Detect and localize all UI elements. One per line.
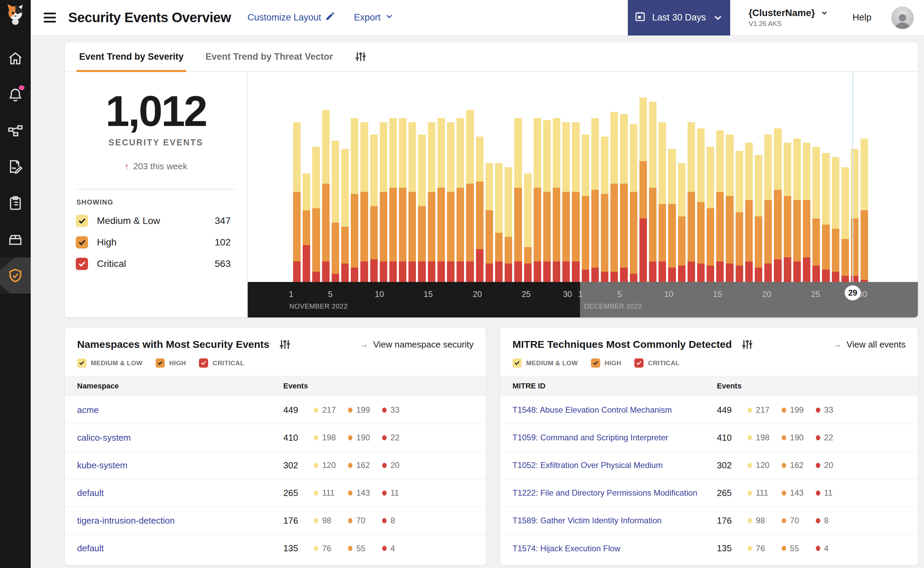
table-row: T1589: Gather Victim Identity Informatio… — [500, 507, 918, 535]
row-name-link[interactable]: T1548: Abuse Elevation Control Mechanism — [512, 405, 717, 415]
filter-high[interactable]: HIGH — [155, 358, 186, 368]
legend-row-high[interactable]: High102 — [76, 232, 231, 253]
severity-checkbox[interactable] — [199, 358, 208, 368]
sidebar-item-clipboard[interactable] — [0, 185, 31, 221]
axis-tick: 25 — [811, 290, 820, 299]
segment-medium-low — [505, 167, 512, 237]
severity-count-chip: 111 — [748, 488, 782, 498]
user-avatar[interactable] — [891, 6, 914, 29]
sidebar-item-policy-edit[interactable] — [0, 149, 31, 185]
sidebar-nav — [0, 40, 31, 293]
event-trend-card: Event Trend by Severity Event Trend by T… — [65, 42, 918, 317]
filter-critical[interactable]: CRITICAL — [634, 358, 680, 368]
sidebar-item-box[interactable] — [0, 221, 31, 257]
filter-critical[interactable]: CRITICAL — [199, 358, 244, 368]
top-bar: Security Events Overview Customize Layou… — [31, 0, 924, 35]
row-name-link[interactable]: T1574: Hijack Execution Flow — [512, 544, 717, 553]
segment-critical — [322, 261, 330, 282]
severity-count-chip: 143 — [348, 488, 382, 498]
axis-tick: 10 — [375, 290, 384, 299]
segment-medium-low — [543, 120, 551, 192]
row-name-link[interactable]: tigera-intrusion-detection — [77, 515, 283, 526]
row-name-link[interactable]: T1222: File and Directory Permissions Mo… — [512, 488, 717, 498]
namespaces-table-header: Namespace Events — [65, 376, 486, 396]
severity-dot-icon — [348, 408, 353, 413]
mitre-settings-sliders-icon[interactable] — [742, 338, 753, 350]
legend-row-critical[interactable]: Critical563 — [76, 253, 231, 275]
severity-checkbox[interactable] — [77, 358, 86, 368]
trend-settings-sliders-icon[interactable] — [355, 51, 366, 62]
bar-day-57 — [832, 157, 840, 282]
segment-medium-low — [332, 140, 339, 222]
bar-day-56 — [822, 153, 829, 282]
bar-day-2 — [303, 174, 310, 282]
severity-checkbox[interactable] — [76, 236, 88, 249]
row-name-link[interactable]: calico-system — [77, 432, 283, 443]
segment-high — [736, 212, 743, 266]
filter-medium-low[interactable]: MEDIUM & LOW — [77, 358, 143, 368]
month-label: NOVEMBER 2022 — [289, 302, 348, 310]
severity-checkbox[interactable] — [76, 258, 88, 270]
row-name-link[interactable]: T1059: Command and Scripting Interpreter — [512, 433, 717, 443]
filter-medium-low[interactable]: MEDIUM & LOW — [512, 358, 578, 368]
sidebar-item-shield-check[interactable] — [0, 257, 31, 293]
export-button[interactable]: Export — [354, 12, 394, 24]
severity-checkbox[interactable] — [634, 358, 644, 368]
calico-cat-logo[interactable] — [5, 3, 26, 27]
segment-high — [678, 216, 686, 266]
row-name-link[interactable]: T1052: Exfiltration Over Physical Medium — [512, 461, 717, 470]
sidebar-item-home[interactable] — [0, 40, 31, 77]
segment-medium-low — [659, 122, 666, 204]
tab-event-trend-by-threat-vector[interactable]: Event Trend by Threat Vector — [205, 42, 333, 71]
filter-high[interactable]: HIGH — [591, 358, 622, 368]
row-name-link[interactable]: default — [77, 543, 283, 554]
tab-event-trend-by-severity[interactable]: Event Trend by Severity — [79, 42, 184, 71]
table-row: tigera-intrusion-detection17698708 — [65, 507, 486, 535]
row-name-link[interactable]: default — [77, 488, 283, 499]
severity-dot-icon — [782, 518, 786, 523]
severity-checkbox[interactable] — [591, 358, 600, 368]
namespaces-table: acme44921719933calico-system41019819022k… — [65, 396, 486, 562]
segment-medium-low — [428, 122, 436, 192]
segment-medium-low — [466, 110, 473, 184]
severity-checkbox[interactable] — [155, 358, 165, 368]
namespaces-settings-sliders-icon[interactable] — [279, 338, 291, 350]
date-range-button[interactable]: Last 30 Days — [628, 0, 730, 35]
view-all-events-link[interactable]: → View all events — [832, 339, 906, 350]
sidebar-item-service-graph[interactable] — [0, 113, 31, 149]
segment-critical — [553, 261, 560, 282]
severity-dot-icon — [816, 435, 820, 440]
severity-dot-icon — [348, 518, 353, 523]
severity-dot-icon — [748, 546, 752, 551]
bar-day-6 — [341, 149, 349, 282]
segment-critical — [408, 261, 416, 282]
severity-checkbox[interactable] — [76, 215, 88, 227]
hamburger-menu-icon[interactable] — [44, 13, 56, 23]
namespaces-severity-filters: MEDIUM & LOWHIGHCRITICAL — [77, 358, 473, 368]
row-name-link[interactable]: T1589: Gather Victim Identity Informatio… — [512, 516, 717, 525]
segment-high — [630, 192, 638, 274]
severity-dot-icon — [314, 435, 318, 440]
segment-high — [399, 188, 406, 261]
segment-medium-low — [793, 139, 801, 200]
help-link[interactable]: Help — [852, 12, 871, 23]
severity-dot-icon — [314, 463, 318, 468]
segment-medium-low — [861, 139, 868, 210]
cluster-selector[interactable]: {ClusterName} V1.26 AKS — [749, 8, 829, 28]
severity-checkbox[interactable] — [512, 358, 522, 368]
legend-row-medium-low[interactable]: Medium & Low347 — [76, 210, 231, 232]
customize-layout-button[interactable]: Customize Layout — [247, 12, 335, 24]
segment-high — [707, 208, 714, 266]
segment-high — [370, 206, 378, 260]
sidebar-item-bell[interactable] — [0, 77, 31, 113]
severity-dot-icon — [816, 491, 820, 495]
segment-critical — [543, 261, 551, 282]
box-icon — [8, 231, 23, 247]
severity-dot-icon — [314, 491, 318, 495]
view-namespace-security-link[interactable]: → View namespace security — [359, 339, 473, 350]
severity-dot-icon — [382, 546, 387, 551]
segment-high — [505, 237, 512, 263]
bar-day-44 — [707, 147, 714, 282]
row-name-link[interactable]: acme — [77, 405, 283, 415]
row-name-link[interactable]: kube-system — [77, 460, 283, 471]
